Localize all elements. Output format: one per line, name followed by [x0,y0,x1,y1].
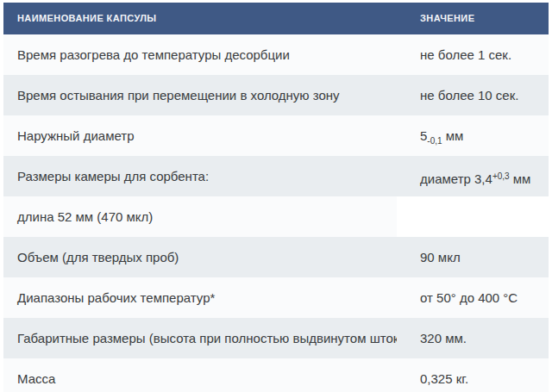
row-label: Габаритные размеры (высота при полностью… [3,318,397,358]
column-header-value: ЗНАЧЕНИЕ [397,3,549,34]
row-value: 90 мкл [397,237,549,277]
row-value: не более 1 сек. [397,34,549,75]
row-label: Объем (для твердых проб) [3,237,397,277]
row-value: 0,325 кг. [397,358,549,392]
row-label: Наружный диаметр [3,115,397,156]
value-superscript: +0,3 [492,171,510,181]
table-row: Объем (для твердых проб) 90 мкл [3,237,549,277]
row-value: 320 мм. [397,318,549,358]
row-label: Диапазоны рабочих температур* [3,277,397,318]
capsule-spec-table: НАИМЕНОВАНИЕ КАПСУЛЫ ЗНАЧЕНИЕ Время разо… [3,3,549,392]
row-label: Время разогрева до температуры десорбции [3,34,397,75]
row-value: от 50° до 400 °С [397,277,549,318]
table-row: Время разогрева до температуры десорбции… [3,34,549,75]
row-value: не более 10 сек. [397,75,549,115]
table-row: Масса 0,325 кг. [3,358,549,392]
column-header-name: НАИМЕНОВАНИЕ КАПСУЛЫ [3,3,397,34]
value-unit: мм [442,128,464,143]
table-row: Габаритные размеры (высота при полностью… [3,318,549,358]
value-subscript: -0,1 [427,136,442,146]
row-value: 5-0,1 мм [397,115,549,156]
row-value-empty [397,196,549,237]
value-main: диаметр 3,4 [420,171,492,186]
value-unit: мм [510,171,531,186]
row-label: Масса [3,358,397,392]
table-row: Наружный диаметр 5-0,1 мм [3,115,549,156]
table-row: Размеры камеры для сорбента: диаметр 3,4… [3,156,549,196]
table-row: длина 52 мм (470 мкл) [3,196,549,237]
row-value: диаметр 3,4+0,3 мм [397,156,549,196]
table-header-row: НАИМЕНОВАНИЕ КАПСУЛЫ ЗНАЧЕНИЕ [3,3,549,34]
row-label: длина 52 мм (470 мкл) [3,196,397,237]
table-row: Диапазоны рабочих температур* от 50° до … [3,277,549,318]
row-label: Размеры камеры для сорбента: [3,156,397,196]
table-row: Время остывания при перемещении в холодн… [3,75,549,115]
row-label: Время остывания при перемещении в холодн… [3,75,397,115]
